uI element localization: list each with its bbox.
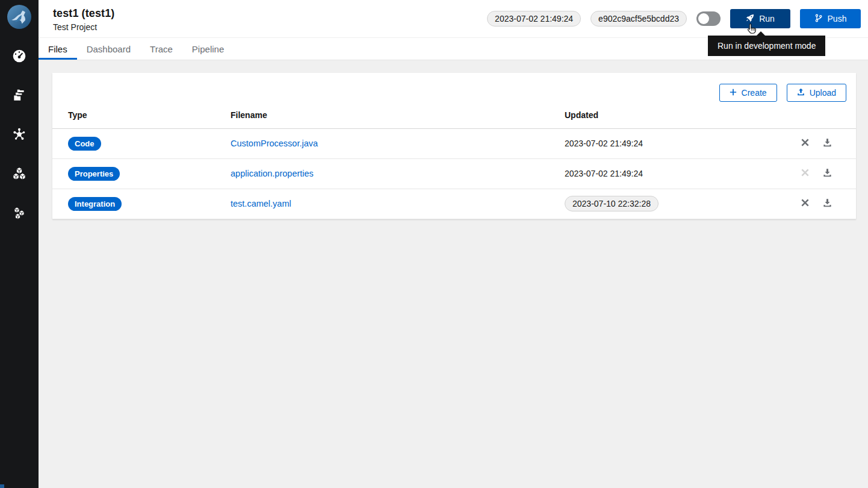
sidebar: [0, 0, 39, 488]
column-header-updated: Updated: [557, 102, 766, 128]
create-file-button[interactable]: Create: [719, 84, 777, 102]
tab-files[interactable]: Files: [39, 38, 77, 60]
filename-link[interactable]: CustomProcessor.java: [231, 139, 318, 148]
table-row: Code CustomProcessor.java 2023-07-02 21:…: [52, 128, 856, 158]
table-row: Properties application.properties 2023-0…: [52, 158, 856, 189]
download-file-button[interactable]: [822, 197, 833, 210]
toggle-knob: [698, 13, 709, 24]
column-header-filename: Filename: [223, 102, 557, 128]
hub-icon: [11, 127, 27, 142]
bottom-corner-fragment: [0, 484, 4, 488]
download-file-button[interactable]: [822, 167, 833, 180]
delete-file-button[interactable]: [799, 197, 811, 210]
cubes-cluster-icon: [12, 205, 26, 220]
updated-timestamp: 2023-07-02 21:49:24: [565, 139, 643, 148]
sidebar-item-resources[interactable]: [11, 126, 28, 143]
tab-dashboard[interactable]: Dashboard: [77, 38, 140, 60]
close-icon: [801, 170, 810, 179]
file-type-badge: Integration: [68, 197, 122, 211]
dev-mode-toggle[interactable]: [696, 11, 721, 26]
commit-hash-badge: e902c9acf5e5bcdd23: [591, 11, 687, 27]
delete-file-button[interactable]: [799, 137, 811, 150]
table-header-row: Type Filename Updated: [52, 102, 856, 128]
upload-icon: [797, 88, 805, 98]
page-header: test1 (test1) Test Project 2023-07-02 21…: [39, 0, 868, 38]
tab-pipeline[interactable]: Pipeline: [182, 38, 234, 60]
sidebar-item-projects[interactable]: [11, 87, 28, 104]
last-update-badge: 2023-07-02 21:49:24: [487, 11, 581, 27]
filename-link[interactable]: test.camel.yaml: [231, 199, 291, 208]
filename-link[interactable]: application.properties: [231, 169, 314, 178]
column-header-type: Type: [52, 102, 223, 128]
sidebar-item-dashboard[interactable]: [11, 48, 28, 64]
file-type-badge: Code: [68, 137, 101, 151]
sidebar-nav: [11, 48, 28, 221]
files-card: Create Upload Type: [52, 73, 856, 219]
karavan-camel-logo[interactable]: [6, 4, 33, 30]
page-title: test1 (test1): [53, 7, 114, 20]
close-icon: [801, 200, 810, 209]
delete-file-button: [799, 167, 811, 180]
updated-timestamp: 2023-07-02 21:49:24: [565, 169, 643, 178]
plus-icon: [730, 88, 737, 98]
code-branch-icon: [814, 14, 823, 24]
files-table: Type Filename Updated Code CustomProcess…: [52, 102, 856, 219]
folders-icon: [11, 87, 27, 103]
download-file-button[interactable]: [822, 137, 833, 150]
updated-timestamp: 2023-07-10 22:32:28: [565, 196, 659, 211]
push-button[interactable]: Push: [800, 9, 861, 28]
file-type-badge: Properties: [68, 167, 120, 181]
download-icon: [823, 200, 832, 209]
close-icon: [801, 140, 810, 149]
run-button[interactable]: Run: [730, 9, 790, 28]
download-icon: [823, 140, 832, 149]
sidebar-item-containers[interactable]: [11, 204, 28, 221]
tab-trace[interactable]: Trace: [140, 38, 182, 60]
rocket-icon: [746, 14, 754, 24]
gauge-icon: [11, 48, 27, 64]
cubes-icon: [11, 166, 27, 181]
download-icon: [823, 170, 832, 179]
run-tooltip: Run in development mode: [708, 36, 825, 56]
upload-file-button[interactable]: Upload: [787, 84, 846, 102]
page-subtitle: Test Project: [53, 22, 114, 32]
sidebar-item-services[interactable]: [11, 165, 28, 182]
table-row: Integration test.camel.yaml 2023-07-10 2…: [52, 189, 856, 219]
